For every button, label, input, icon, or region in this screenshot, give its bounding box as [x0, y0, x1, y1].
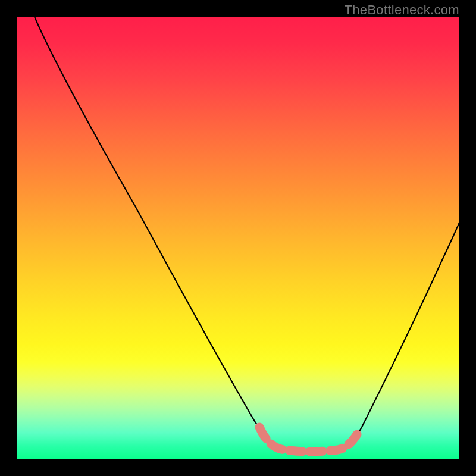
optimal-zone-marker — [259, 427, 357, 452]
watermark-text: TheBottleneck.com — [345, 2, 459, 18]
bottleneck-curve — [35, 17, 459, 452]
curve-svg — [17, 17, 459, 459]
chart-frame: TheBottleneck.com — [0, 0, 476, 476]
plot-area — [17, 17, 459, 459]
